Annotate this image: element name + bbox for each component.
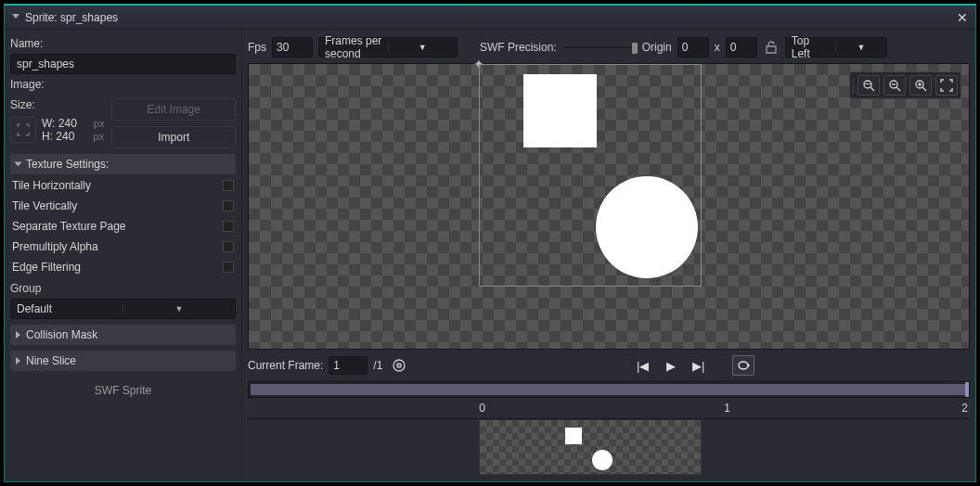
tile-horizontally-check[interactable]: Tile Horizontally [10,176,236,195]
nine-slice-header[interactable]: Nine Slice [10,351,236,371]
fps-mode-value: Frames per second [319,34,388,60]
frames-strip[interactable] [248,418,970,476]
close-icon[interactable]: ✕ [957,10,968,25]
group-value: Default [11,302,122,315]
collision-mask-label: Collision Mask [26,328,97,341]
swf-precision-slider[interactable] [562,45,637,49]
zoom-reset-button[interactable]: = [858,75,880,96]
sidebar: Name: spr_shapes Image: Size: W: 240px H… [5,30,242,481]
slider-thumb[interactable] [632,43,638,54]
premultiply-alpha-check[interactable]: Premultiply Alpha [10,237,236,256]
fullscreen-button[interactable] [935,75,958,96]
px-label: px [94,118,105,129]
window-title: Sprite: spr_shapes [25,11,118,24]
origin-label: Origin [642,41,672,54]
current-frame-label: Current Frame: [248,359,323,372]
nine-slice-label: Nine Slice [26,354,76,367]
svg-line-1 [870,87,874,91]
name-input[interactable]: spr_shapes [10,54,236,74]
timeline-playhead[interactable] [965,382,969,397]
zoom-out-button[interactable] [883,75,906,96]
fps-mode-select[interactable]: Frames per second ▼ [318,37,458,58]
height-value: H: 240 [42,130,74,143]
edge-filtering-check[interactable]: Edge Filtering [10,258,236,276]
zoom-in-button[interactable] [909,75,932,96]
size-panel: Size: W: 240px H: 240px Edit Image Impor… [10,96,236,148]
sprite-boundary [479,64,702,287]
checkbox-icon [223,221,234,232]
chevron-right-icon [16,357,20,364]
prev-frame-button[interactable]: |◀ [632,355,654,376]
svg-text:=: = [864,79,870,89]
tile-vertically-check[interactable]: Tile Vertically [10,197,236,215]
timeline[interactable] [248,381,970,398]
svg-line-7 [922,87,926,91]
shape-circle [596,176,698,278]
origin-x-input[interactable]: 0 [677,37,709,58]
checkbox-icon [223,241,234,252]
swf-precision-label: SWF Precision: [480,41,557,54]
width-value: W: 240 [42,117,77,130]
chevron-down-icon: ▼ [122,304,235,313]
fps-input[interactable]: 30 [272,37,313,58]
collision-mask-header[interactable]: Collision Mask [10,325,236,345]
checkbox-icon [223,200,234,211]
lock-icon[interactable] [763,39,780,56]
top-toolbar: Fps 30 Frames per second ▼ SWF Precision… [248,35,970,59]
current-frame-total: /1 [373,359,382,372]
svg-point-12 [399,364,401,366]
play-button[interactable]: ▶ [660,355,682,376]
texture-settings-label: Texture Settings: [26,158,109,171]
svg-line-4 [896,87,900,91]
import-button[interactable]: Import [111,126,236,148]
group-select[interactable]: Default ▼ [10,299,236,319]
main-panel: Fps 30 Frames per second ▼ SWF Precision… [242,30,975,481]
swf-sprite-label: SWF Sprite [10,384,236,397]
canvas[interactable]: ✦ = [248,63,970,350]
timeline-segment [251,384,967,395]
edit-image-button[interactable]: Edit Image [111,98,236,121]
size-label: Size: [10,98,104,111]
chevron-right-icon [16,331,20,339]
name-label: Name: [10,37,236,50]
loop-button[interactable] [732,355,754,376]
sprite-editor-window: Sprite: spr_shapes ✕ Name: spr_shapes Im… [4,4,976,482]
thumb-square [565,428,582,444]
broadcast-button[interactable] [388,355,410,376]
playbar: Current Frame: 1 /1 |◀ ▶ ▶| [248,353,970,377]
ruler-tick: 2 [961,402,968,415]
titlebar[interactable]: Sprite: spr_shapes ✕ [5,6,975,30]
separate-texture-page-check[interactable]: Separate Texture Page [10,217,236,236]
ruler-tick: 0 [479,402,485,415]
ruler-tick: 1 [724,402,730,415]
chevron-down-icon: ▼ [835,43,886,52]
checkbox-icon [223,180,234,191]
timeline-ruler: 0 1 2 [248,402,970,415]
origin-y-input[interactable]: 0 [726,37,757,58]
texture-settings-header[interactable]: Texture Settings: [10,154,236,174]
origin-anchor-select[interactable]: Top Left ▼ [785,37,887,58]
canvas-toolbar: = [849,71,961,99]
chevron-down-icon [15,162,22,167]
fps-label: Fps [248,41,266,54]
collapse-icon [12,14,19,21]
origin-anchor-value: Top Left [786,34,836,60]
thumb-circle [592,450,612,470]
image-label: Image: [10,78,236,91]
checkbox-icon [223,262,234,273]
next-frame-button[interactable]: ▶| [688,355,710,376]
origin-sep: x [715,41,720,54]
shape-square [523,74,597,147]
px-label: px [93,131,104,142]
chevron-down-icon: ▼ [388,43,458,52]
current-frame-input[interactable]: 1 [329,356,368,375]
resize-icon[interactable] [10,117,36,143]
frame-thumbnail[interactable] [479,419,702,475]
group-label: Group [10,282,236,295]
